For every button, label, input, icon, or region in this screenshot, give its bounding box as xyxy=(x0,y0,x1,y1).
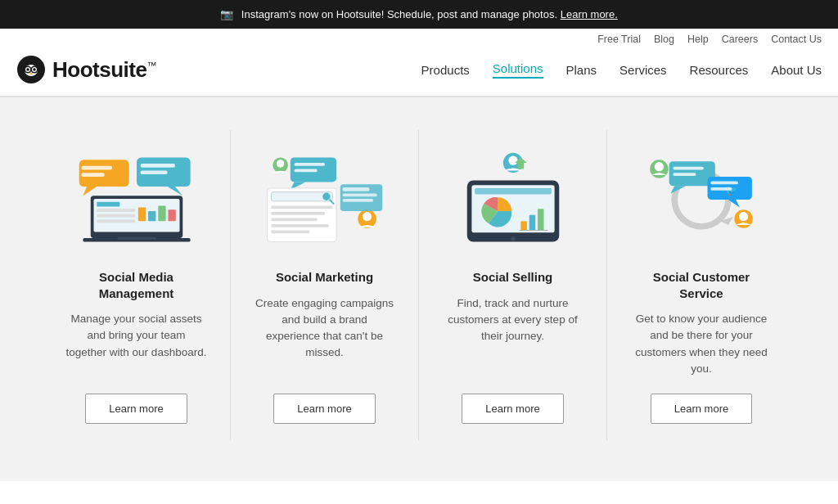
svg-rect-27 xyxy=(148,211,155,221)
card-desc-smm: Manage your social assets and bring your… xyxy=(65,311,207,377)
learn-more-ss[interactable]: Learn more xyxy=(462,394,563,424)
svg-rect-45 xyxy=(271,224,328,227)
svg-rect-14 xyxy=(81,166,112,170)
nav-resources[interactable]: Resources xyxy=(690,63,749,77)
svg-rect-46 xyxy=(271,231,309,234)
svg-rect-15 xyxy=(81,173,104,177)
svg-rect-36 xyxy=(294,163,325,166)
svg-point-5 xyxy=(26,68,29,71)
learn-more-sm[interactable]: Learn more xyxy=(273,394,375,424)
util-nav-contact-us[interactable]: Contact Us xyxy=(771,34,822,45)
card-desc-scs: Get to know your audience and be there f… xyxy=(630,311,773,377)
card-desc-sm: Create engaging campaigns and build a br… xyxy=(254,295,395,378)
svg-rect-19 xyxy=(140,170,167,174)
learn-more-scs[interactable]: Learn more xyxy=(651,394,752,424)
nav-plans[interactable]: Plans xyxy=(566,63,597,77)
top-banner: 📷 Instagram's now on Hootsuite! Schedule… xyxy=(0,0,838,29)
svg-rect-29 xyxy=(168,209,175,221)
logo-link[interactable]: Hootsuite™ xyxy=(16,55,156,84)
banner-learn-more-link[interactable]: Learn more. xyxy=(561,8,618,20)
solutions-section: Social Media Management Manage your soci… xyxy=(0,97,838,481)
svg-rect-73 xyxy=(673,167,704,170)
instagram-icon: 📷 xyxy=(220,8,233,20)
nav-solutions[interactable]: Solutions xyxy=(493,61,543,79)
util-nav-free-trial[interactable]: Free Trial xyxy=(597,34,641,45)
svg-rect-18 xyxy=(140,164,174,168)
nav-products[interactable]: Products xyxy=(421,63,470,77)
nav-services[interactable]: Services xyxy=(619,63,667,77)
svg-point-33 xyxy=(276,160,283,167)
owl-logo-icon xyxy=(16,55,46,84)
main-nav: Products Solutions Plans Services Resour… xyxy=(421,61,822,79)
svg-point-48 xyxy=(362,212,371,221)
svg-rect-23 xyxy=(97,209,135,212)
svg-rect-59 xyxy=(475,188,552,195)
svg-point-68 xyxy=(739,212,748,221)
svg-marker-17 xyxy=(167,187,182,196)
svg-rect-42 xyxy=(271,206,332,209)
card-illustration-ss xyxy=(448,146,579,253)
svg-rect-51 xyxy=(342,194,376,197)
card-title-ss: Social Selling xyxy=(473,269,553,286)
util-nav-help[interactable]: Help xyxy=(687,34,709,45)
card-illustration-scs: 🐦 xyxy=(636,146,767,253)
nav-about-us[interactable]: About Us xyxy=(771,63,822,77)
svg-point-58 xyxy=(511,236,516,241)
svg-rect-61 xyxy=(520,221,527,230)
svg-marker-13 xyxy=(83,187,97,196)
svg-point-40 xyxy=(322,193,330,200)
svg-rect-22 xyxy=(97,202,119,207)
svg-rect-44 xyxy=(271,218,317,222)
svg-point-8 xyxy=(33,68,36,71)
util-nav-careers[interactable]: Careers xyxy=(722,34,758,45)
card-title-scs: Social Customer Service xyxy=(630,269,773,301)
card-illustration-smm xyxy=(71,146,202,253)
svg-rect-28 xyxy=(158,206,165,222)
svg-rect-31 xyxy=(117,237,155,240)
svg-rect-37 xyxy=(294,169,317,173)
card-social-selling: Social Selling Find, track and nurture c… xyxy=(419,130,607,440)
main-header: Hootsuite™ Products Solutions Plans Serv… xyxy=(0,47,838,97)
utility-nav: Free Trial Blog Help Careers Contact Us xyxy=(0,29,838,47)
svg-point-66 xyxy=(655,162,664,171)
svg-rect-43 xyxy=(271,212,325,215)
svg-rect-62 xyxy=(529,215,535,231)
svg-rect-63 xyxy=(538,209,544,230)
banner-text: Instagram's now on Hootsuite! Schedule, … xyxy=(241,8,557,20)
svg-rect-78 xyxy=(710,182,738,185)
logo-text: Hootsuite™ xyxy=(52,57,156,83)
svg-point-54 xyxy=(508,156,517,165)
card-illustration-sm xyxy=(259,146,390,253)
card-title-sm: Social Marketing xyxy=(276,269,373,286)
svg-rect-79 xyxy=(710,187,732,191)
svg-rect-24 xyxy=(97,214,135,218)
svg-rect-25 xyxy=(97,219,135,223)
card-title-smm: Social Media Management xyxy=(65,269,207,301)
svg-rect-52 xyxy=(342,199,373,202)
card-social-customer-service: 🐦 Social Customer Service Get to know yo… xyxy=(607,130,795,440)
learn-more-smm[interactable]: Learn more xyxy=(85,394,187,424)
svg-rect-50 xyxy=(342,187,369,191)
card-social-marketing: Social Marketing Create engaging campaig… xyxy=(231,130,419,440)
card-desc-ss: Find, track and nurture customers at eve… xyxy=(442,295,583,378)
card-social-media-management: Social Media Management Manage your soci… xyxy=(43,130,231,440)
svg-rect-26 xyxy=(137,207,145,221)
svg-rect-74 xyxy=(673,173,696,176)
util-nav-blog[interactable]: Blog xyxy=(654,34,674,45)
